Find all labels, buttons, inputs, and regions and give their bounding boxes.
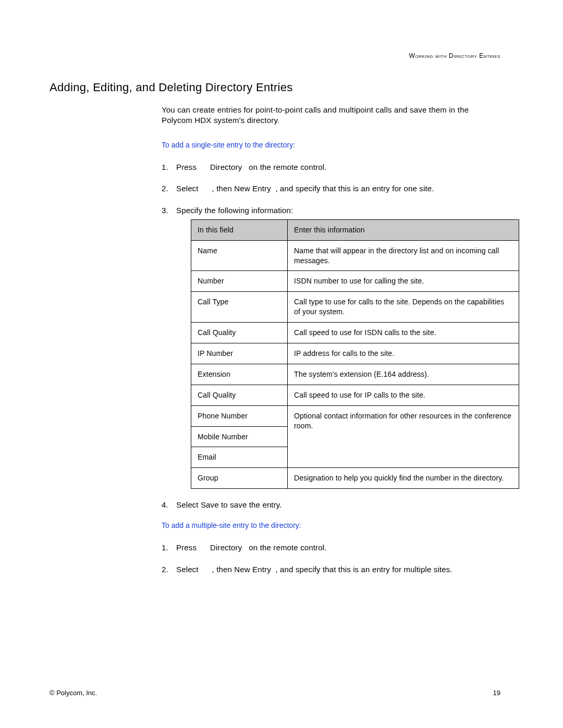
table-row: Call Quality Call speed to use for ISDN … [191,323,519,343]
step-text: Specify the following information: [176,206,293,215]
step-text: Select , then New Entry , and specify th… [176,184,434,193]
table-row: IP Number IP address for calls to the si… [191,343,519,364]
step-4: 4. Select Save to save the entry. [162,499,500,511]
table-row: Phone Number Optional contact informatio… [191,405,519,426]
running-head-text: Working with Directory Entries [409,52,500,59]
table-row: Number ISDN number to use for calling th… [191,271,519,292]
step-number: 1. [162,162,168,173]
step-text: Press Directory on the remote control. [176,543,327,552]
step-number: 3. [162,205,168,216]
task-heading-multi: To add a multiple-site entry to the dire… [162,521,500,529]
section-title: Adding, Editing, and Deleting Directory … [50,81,500,94]
table-header-field: In this field [191,219,288,240]
steps-multi: 1. Press Directory on the remote control… [162,542,500,575]
step-text: Press Directory on the remote control. [176,163,327,171]
step-3: 3. Specify the following information: In… [162,205,500,489]
step-number: 2. [162,183,168,194]
step-number: 1. [162,542,168,553]
step-2: 2. Select , then New Entry , and specify… [162,183,500,194]
page-footer: © Polycom, Inc. 19 [50,689,500,697]
step-2: 2. Select , then New Entry , and specify… [162,564,500,575]
fields-table: In this field Enter this information Nam… [191,219,519,489]
steps-single: 1. Press Directory on the remote control… [162,162,500,511]
step-number: 4. [162,499,168,511]
table-row: Group Designation to help you quickly fi… [191,468,519,489]
table-row: Call Type Call type to use for calls to … [191,292,519,323]
footer-copyright: © Polycom, Inc. [50,689,97,697]
running-head: Working with Directory Entries [409,52,500,59]
step-text: Select , then New Entry , and specify th… [176,565,452,574]
step-1: 1. Press Directory on the remote control… [162,542,500,553]
step-text: Select Save to save the entry. [176,500,282,509]
step-number: 2. [162,564,168,575]
table-header-info: Enter this information [288,219,519,240]
table-row: Extension The system's extension (E.164 … [191,364,519,385]
table-header-row: In this field Enter this information [191,219,519,240]
table-row: Name Name that will appear in the direct… [191,240,519,271]
intro-paragraph: You can create entries for point-to-poin… [162,105,500,126]
step-1: 1. Press Directory on the remote control… [162,162,500,173]
page-number: 19 [493,689,500,697]
page: Working with Directory Entries Adding, E… [0,0,563,728]
table-row: Call Quality Call speed to use for IP ca… [191,385,519,405]
body-content: You can create entries for point-to-poin… [162,105,500,575]
task-heading-single: To add a single-site entry to the direct… [162,141,500,149]
